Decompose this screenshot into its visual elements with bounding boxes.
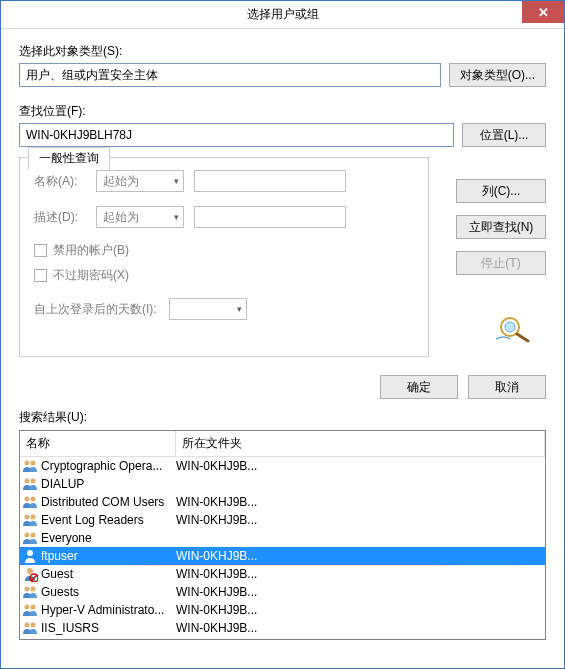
svg-point-21: [25, 623, 30, 628]
object-type-field: 用户、组或内置安全主体: [19, 63, 441, 87]
name-match-combo[interactable]: 起始为 ▾: [96, 170, 184, 192]
svg-point-13: [27, 550, 33, 556]
list-item[interactable]: Hyper-V Administrato...WIN-0KHJ9B...: [20, 601, 545, 619]
chevron-down-icon: ▾: [174, 212, 179, 222]
ok-button[interactable]: 确定: [380, 375, 458, 399]
tab-common-queries[interactable]: 一般性查询: [28, 147, 110, 170]
svg-point-3: [25, 461, 30, 466]
svg-point-6: [31, 479, 36, 484]
columns-button[interactable]: 列(C)...: [456, 179, 546, 203]
group-icon: [22, 602, 38, 618]
days-since-logon-combo[interactable]: ▾: [169, 298, 247, 320]
annotation-underline: [54, 565, 535, 566]
label-disabled-accounts: 禁用的帐户(B): [53, 242, 129, 259]
svg-point-1: [505, 322, 515, 332]
group-icon: [22, 494, 38, 510]
svg-line-2: [517, 334, 528, 341]
svg-point-19: [25, 605, 30, 610]
object-types-button[interactable]: 对象类型(O)...: [449, 63, 546, 87]
svg-point-20: [31, 605, 36, 610]
label-non-expiring-password: 不过期密码(X): [53, 267, 129, 284]
svg-point-9: [25, 515, 30, 520]
window-title: 选择用户或组: [247, 6, 319, 23]
search-icon: [494, 315, 534, 346]
description-input[interactable]: [194, 206, 346, 228]
close-icon: ✕: [538, 5, 549, 20]
cell-name: Hyper-V Administrato...: [22, 602, 172, 618]
cell-name: ftpuser: [22, 548, 172, 564]
column-header-name[interactable]: 名称: [20, 431, 176, 456]
label-name: 名称(A):: [34, 173, 86, 190]
cell-folder: WIN-0KHJ9B...: [172, 459, 543, 473]
cell-folder: WIN-0KHJ9B...: [172, 603, 543, 617]
label-description: 描述(D):: [34, 209, 86, 226]
cell-folder: WIN-0KHJ9B...: [172, 549, 543, 563]
chevron-down-icon: ▾: [237, 304, 242, 314]
label-search-results: 搜索结果(U):: [19, 409, 546, 426]
stop-button[interactable]: 停止(T): [456, 251, 546, 275]
svg-point-17: [25, 587, 30, 592]
list-item[interactable]: Event Log ReadersWIN-0KHJ9B...: [20, 511, 545, 529]
svg-point-7: [25, 497, 30, 502]
description-match-combo[interactable]: 起始为 ▾: [96, 206, 184, 228]
cell-name: Guests: [22, 584, 172, 600]
svg-point-12: [31, 533, 36, 538]
svg-point-8: [31, 497, 36, 502]
cell-name: DIALUP: [22, 476, 172, 492]
list-item[interactable]: Distributed COM UsersWIN-0KHJ9B...: [20, 493, 545, 511]
results-rows-container[interactable]: Cryptographic Opera...WIN-0KHJ9B...DIALU…: [20, 457, 545, 639]
locations-button[interactable]: 位置(L)...: [462, 123, 546, 147]
list-item[interactable]: IIS_IUSRSWIN-0KHJ9B...: [20, 619, 545, 637]
group-icon: [22, 530, 38, 546]
find-now-button[interactable]: 立即查找(N): [456, 215, 546, 239]
group-icon: [22, 620, 38, 636]
name-input[interactable]: [194, 170, 346, 192]
location-field: WIN-0KHJ9BLH78J: [19, 123, 454, 147]
cell-name: Everyone: [22, 530, 172, 546]
user-icon: [22, 548, 38, 564]
cell-name: Event Log Readers: [22, 512, 172, 528]
group-icon: [22, 476, 38, 492]
group-icon: [22, 638, 38, 639]
cell-folder: WIN-0KHJ9B...: [172, 567, 543, 581]
cell-folder: WIN-0KHJ9B...: [172, 495, 543, 509]
svg-point-5: [25, 479, 30, 484]
svg-point-14: [27, 568, 33, 574]
svg-point-18: [31, 587, 36, 592]
list-item[interactable]: DIALUP: [20, 475, 545, 493]
label-object-type: 选择此对象类型(S):: [19, 43, 546, 60]
svg-point-11: [25, 533, 30, 538]
svg-point-4: [31, 461, 36, 466]
label-location: 查找位置(F):: [19, 103, 546, 120]
list-item[interactable]: GuestsWIN-0KHJ9B...: [20, 583, 545, 601]
dialog-select-user-or-group: 选择用户或组 ✕ 选择此对象类型(S): 用户、组或内置安全主体 对象类型(O)…: [0, 0, 565, 669]
list-item[interactable]: GuestWIN-0KHJ9B...: [20, 565, 545, 583]
common-queries-tab-panel: 一般性查询 名称(A): 起始为 ▾ 描述(D): 起始为 ▾ 禁用的: [19, 157, 429, 357]
cell-name: INTERACTIVE: [22, 638, 172, 639]
cell-folder: WIN-0KHJ9B...: [172, 585, 543, 599]
column-header-folder[interactable]: 所在文件夹: [176, 431, 545, 456]
label-days-since-logon: 自上次登录后的天数(I):: [34, 301, 157, 318]
group-icon: [22, 458, 38, 474]
cell-name: Cryptographic Opera...: [22, 458, 172, 474]
list-item[interactable]: INTERACTIVE: [20, 637, 545, 639]
cell-folder: WIN-0KHJ9B...: [172, 621, 543, 635]
disabled-accounts-checkbox[interactable]: [34, 244, 47, 257]
group-icon: [22, 512, 38, 528]
cancel-button[interactable]: 取消: [468, 375, 546, 399]
list-item[interactable]: Cryptographic Opera...WIN-0KHJ9B...: [20, 457, 545, 475]
close-button[interactable]: ✕: [522, 1, 564, 23]
cell-name: IIS_IUSRS: [22, 620, 172, 636]
cell-name: Distributed COM Users: [22, 494, 172, 510]
list-item[interactable]: Everyone: [20, 529, 545, 547]
cell-name: Guest: [22, 566, 172, 582]
svg-point-10: [31, 515, 36, 520]
search-results-list: 名称 所在文件夹 Cryptographic Opera...WIN-0KHJ9…: [19, 430, 546, 640]
list-item[interactable]: ftpuserWIN-0KHJ9B...: [20, 547, 545, 565]
non-expiring-password-checkbox[interactable]: [34, 269, 47, 282]
group-icon: [22, 584, 38, 600]
svg-point-22: [31, 623, 36, 628]
cell-folder: WIN-0KHJ9B...: [172, 513, 543, 527]
chevron-down-icon: ▾: [174, 176, 179, 186]
user-disabled-icon: [22, 566, 38, 582]
